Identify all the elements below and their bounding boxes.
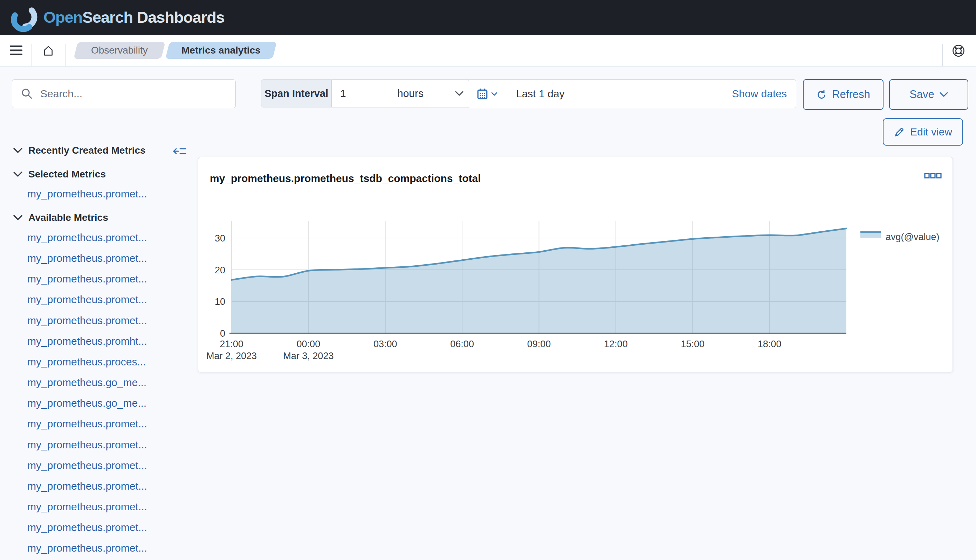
metric-link[interactable]: my_prometheus.promet...	[27, 460, 189, 472]
svg-text:00:00: 00:00	[297, 339, 321, 349]
calendar-icon	[477, 88, 488, 100]
metrics-analytics-page: OpenSearch Dashboards Observability Metr…	[0, 0, 976, 560]
metric-link[interactable]: my_prometheus.promet...	[27, 252, 189, 264]
breadcrumb-label: Metrics analytics	[182, 45, 261, 56]
opensearch-logo[interactable]: OpenSearch Dashboards	[9, 3, 224, 32]
nav-divider	[32, 44, 32, 66]
svg-text:30: 30	[215, 233, 225, 243]
metric-link[interactable]: my_prometheus.promet...	[27, 232, 189, 243]
collapse-sidebar-button[interactable]	[172, 145, 187, 159]
edit-view-label: Edit view	[910, 126, 952, 138]
metric-link[interactable]: my_prometheus.promet...	[27, 273, 189, 285]
chevron-down-icon	[13, 172, 22, 177]
metric-link[interactable]: my_prometheus.promet...	[27, 501, 189, 513]
refresh-label: Refresh	[832, 88, 870, 101]
section-available-metrics[interactable]: Available Metrics	[13, 210, 108, 225]
metric-link[interactable]: my_prometheus.go_me...	[27, 377, 189, 388]
home-icon[interactable]	[41, 43, 56, 58]
svg-text:0: 0	[220, 328, 225, 339]
opensearch-logo-icon	[9, 3, 38, 32]
metric-link[interactable]: my_prometheus.promet...	[27, 522, 189, 533]
svg-text:12:00: 12:00	[604, 339, 628, 349]
section-title: Available Metrics	[28, 212, 108, 223]
chevron-down-icon	[939, 92, 948, 97]
svg-text:Mar 2, 2023: Mar 2, 2023	[206, 351, 257, 361]
save-button[interactable]: Save	[889, 79, 968, 110]
section-title: Selected Metrics	[28, 169, 106, 180]
search-input[interactable]	[40, 88, 236, 100]
metric-chart-panel: my_prometheus.prometheus_tsdb_compaction…	[198, 157, 953, 372]
metric-link[interactable]: my_prometheus.promet...	[27, 480, 189, 492]
svg-text:06:00: 06:00	[450, 339, 474, 349]
svg-text:09:00: 09:00	[527, 339, 551, 349]
nav-divider	[943, 44, 943, 66]
breadcrumb-observability[interactable]: Observability	[74, 42, 165, 59]
show-dates-link[interactable]: Show dates	[732, 88, 787, 100]
search-icon	[21, 88, 33, 100]
svg-text:20: 20	[215, 265, 225, 275]
refresh-icon	[816, 89, 827, 100]
svg-text:10: 10	[215, 297, 225, 307]
section-recently-created-metrics[interactable]: Recently Created Metrics	[13, 143, 146, 158]
nav-divider	[65, 44, 66, 66]
metric-link[interactable]: my_prometheus.promet...	[27, 439, 189, 451]
save-label: Save	[909, 88, 934, 101]
svg-text:21:00: 21:00	[220, 339, 244, 349]
help-icon[interactable]	[950, 43, 967, 58]
date-picker: Last 1 day Show dates	[468, 80, 796, 108]
svg-text:15:00: 15:00	[681, 339, 705, 349]
metric-link[interactable]: my_prometheus.go_me...	[27, 397, 189, 409]
chevron-down-icon	[491, 92, 498, 96]
span-unit-select[interactable]: hours	[388, 80, 471, 107]
chart-canvas[interactable]: 010203021:00Mar 2, 202300:00Mar 3, 20230…	[198, 157, 953, 372]
metric-link[interactable]: my_prometheus.promht...	[27, 335, 189, 347]
breadcrumb-metrics-analytics[interactable]: Metrics analytics	[165, 42, 277, 59]
date-range-value[interactable]: Last 1 day	[516, 88, 564, 100]
metric-link[interactable]: my_prometheus.proces...	[27, 356, 189, 368]
span-interval-label: Span Interval	[261, 80, 332, 107]
chevron-down-icon	[13, 148, 22, 153]
span-interval-group: Span Interval hours	[261, 80, 471, 107]
span-unit-value: hours	[397, 88, 455, 99]
metric-link[interactable]: my_prometheus.promet...	[27, 542, 189, 554]
metric-link[interactable]: my_prometheus.promet...	[27, 188, 189, 200]
svg-text:18:00: 18:00	[758, 339, 782, 349]
metric-link[interactable]: my_prometheus.promet...	[27, 418, 189, 430]
metric-link[interactable]: my_prometheus.promet...	[27, 315, 189, 327]
hamburger-icon	[10, 45, 23, 56]
chevron-down-icon	[13, 215, 22, 220]
home-icon-glyph	[42, 45, 55, 57]
menu-icon[interactable]	[8, 43, 24, 57]
breadcrumb-label: Observability	[91, 45, 148, 56]
metric-link[interactable]: my_prometheus.promet...	[27, 293, 189, 305]
span-interval-input[interactable]	[332, 80, 388, 107]
life-ring-icon	[951, 44, 966, 58]
chevron-down-icon	[455, 91, 463, 96]
pencil-icon	[894, 127, 905, 138]
edit-view-button[interactable]: Edit view	[883, 118, 963, 146]
app-title: OpenSearch Dashboards	[43, 8, 224, 27]
svg-text:Mar 3, 2023: Mar 3, 2023	[283, 351, 334, 361]
section-selected-metrics[interactable]: Selected Metrics	[13, 167, 106, 182]
svg-text:avg(@value): avg(@value)	[886, 232, 939, 242]
nav-bar: Observability Metrics analytics	[0, 35, 976, 67]
app-header: OpenSearch Dashboards	[0, 0, 976, 35]
search-box	[12, 80, 236, 108]
section-title: Recently Created Metrics	[28, 145, 146, 156]
calendar-menu-button[interactable]	[468, 80, 506, 108]
refresh-button[interactable]: Refresh	[803, 79, 884, 110]
svg-text:03:00: 03:00	[373, 339, 397, 349]
collapse-left-icon	[172, 145, 187, 158]
